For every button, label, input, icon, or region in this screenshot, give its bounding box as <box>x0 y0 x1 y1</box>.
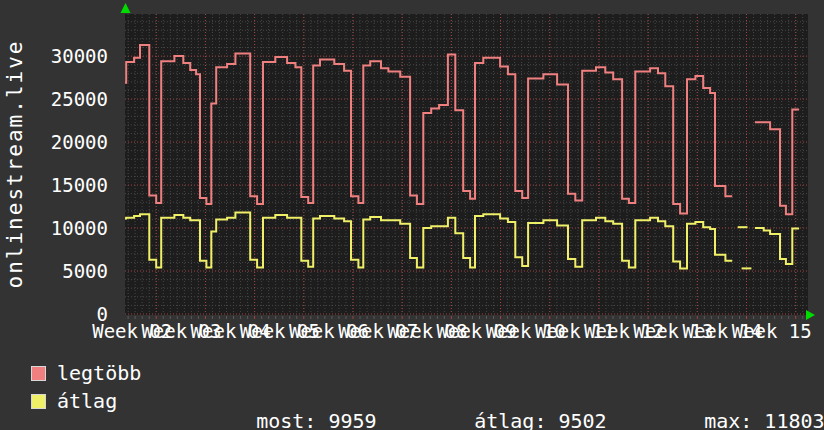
y-axis-title: onlinestream.live <box>3 40 27 289</box>
x-axis-tick-labels: Week 02Week 03Week 04Week 05Week 06Week … <box>92 320 812 342</box>
y-tick-label: 30000 <box>51 45 108 67</box>
y-tick-label: 25000 <box>51 88 108 110</box>
stat-max-label: max: <box>704 409 752 430</box>
axis-tick-marks <box>128 316 803 319</box>
y-axis-tick-labels: 050001000015000200002500030000 <box>51 45 108 325</box>
plot-area <box>125 14 808 315</box>
stat-max: max:11803 <box>656 391 824 430</box>
stat-atlag: átlag:9502 <box>426 391 607 430</box>
x-axis-arrow-icon <box>806 310 815 320</box>
y-tick-label: 15000 <box>51 174 108 196</box>
stat-atlag-value: 9502 <box>558 409 606 430</box>
graph-canvas: 050001000015000200002500030000 Week 02We… <box>0 0 824 430</box>
y-tick-label: 10000 <box>51 217 108 239</box>
legend-label-atlag: átlag <box>57 391 117 411</box>
legend-swatch-atlag <box>31 394 46 409</box>
legend-label-legtobb: legtöbb <box>57 363 141 383</box>
y-tick-label: 20000 <box>51 131 108 153</box>
x-tick-label: Week 15 <box>732 320 812 342</box>
legend-swatch-legtobb <box>31 366 46 381</box>
stat-most-value: 9959 <box>328 409 376 430</box>
stat-max-value: 11803 <box>764 409 824 430</box>
y-axis-arrow-icon <box>121 3 131 13</box>
stat-atlag-label: átlag: <box>474 409 546 430</box>
stat-most: most:9959 <box>208 391 377 430</box>
y-tick-label: 5000 <box>62 260 108 282</box>
stat-most-label: most: <box>256 409 316 430</box>
